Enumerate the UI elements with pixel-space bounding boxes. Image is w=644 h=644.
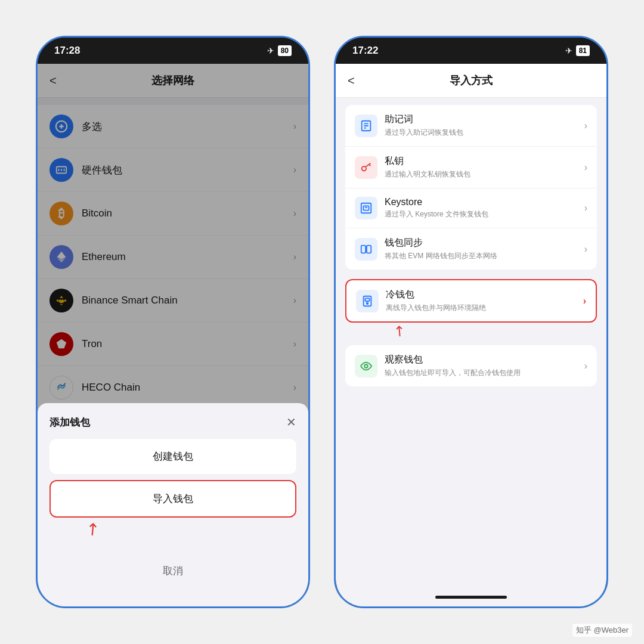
left-time: 17:28 [54, 45, 80, 57]
right-home-bar [435, 596, 507, 599]
walletsync-text: 钱包同步 将其他 EVM 网络钱包同步至本网络 [385, 237, 584, 261]
coldwallet-icon [356, 290, 379, 312]
overlay: 添加钱包 ✕ 创建钱包 导入钱包 ↗ 取消 [38, 64, 308, 606]
keystore-name: Keystore [385, 197, 584, 208]
walletsync-chevron: › [584, 244, 587, 255]
mnemonic-icon [355, 114, 377, 137]
privatekey-chevron: › [584, 162, 587, 173]
watchonly-name: 观察钱包 [385, 354, 584, 366]
svg-rect-26 [367, 245, 371, 253]
right-time: 17:22 [352, 45, 378, 57]
import-wallet-button[interactable]: 导入钱包 [49, 480, 296, 518]
right-status-icons: ✈ 81 [565, 45, 590, 56]
right-page-title: 导入方式 [450, 73, 493, 88]
mnemonic-chevron: › [584, 120, 587, 131]
watchonly-text: 观察钱包 输入钱包地址即可导入，可配合冷钱包使用 [385, 354, 584, 378]
import-group-2: 观察钱包 输入钱包地址即可导入，可配合冷钱包使用 › [345, 345, 597, 386]
keystore-desc: 通过导入 Keystore 文件恢复钱包 [385, 209, 584, 219]
sheet-header: 添加钱包 ✕ [49, 415, 296, 429]
import-item-mnemonic[interactable]: 助记词 通过导入助记词恢复钱包 › [345, 105, 597, 147]
import-item-coldwallet[interactable]: 冷钱包 离线导入钱包并与网络环境隔绝 › [345, 279, 597, 323]
right-battery: 81 [576, 45, 590, 56]
sheet-title: 添加钱包 [49, 416, 90, 429]
import-group-1: 助记词 通过导入助记词恢复钱包 › 私钥 [345, 105, 597, 270]
svg-rect-28 [365, 298, 369, 301]
cancel-button[interactable]: 取消 [49, 553, 296, 589]
coldwallet-name: 冷钱包 [386, 289, 583, 301]
coldwallet-chevron: › [583, 296, 586, 306]
import-item-keystore[interactable]: Keystore 通过导入 Keystore 文件恢复钱包 › [345, 188, 597, 228]
left-screen: < 选择网络 多选 › [38, 64, 308, 606]
svg-line-21 [370, 165, 371, 166]
watchonly-desc: 输入钱包地址即可导入，可配合冷钱包使用 [385, 368, 584, 378]
keystore-chevron: › [584, 203, 587, 213]
keystore-icon [355, 197, 377, 219]
privatekey-desc: 通过输入明文私钥恢复钱包 [385, 169, 584, 179]
watermark: 知乎 @Web3er [572, 624, 632, 637]
sheet-close-button[interactable]: ✕ [286, 415, 296, 429]
right-back-button[interactable]: < [348, 74, 355, 88]
right-home-indicator [336, 587, 606, 606]
right-phone: 17:22 ✈ 81 < 导入方式 [334, 36, 608, 608]
walletsync-icon [355, 238, 377, 261]
left-phone: 17:28 ✈ 80 < 选择网络 多选 › [36, 36, 310, 608]
walletsync-name: 钱包同步 [385, 237, 584, 249]
watchonly-chevron: › [584, 361, 587, 371]
privatekey-text: 私钥 通过输入明文私钥恢复钱包 [385, 155, 584, 179]
coldwallet-desc: 离线导入钱包并与网络环境隔绝 [386, 303, 583, 313]
privatekey-icon [355, 156, 377, 179]
right-nav-header: < 导入方式 [336, 64, 606, 98]
left-status-bar: 17:28 ✈ 80 [38, 38, 308, 64]
right-airplane-icon: ✈ [565, 46, 572, 55]
bottom-sheet: 添加钱包 ✕ 创建钱包 导入钱包 ↗ 取消 [38, 403, 308, 606]
import-item-privatekey[interactable]: 私钥 通过输入明文私钥恢复钱包 › [345, 147, 597, 188]
create-wallet-button[interactable]: 创建钱包 [49, 439, 296, 474]
svg-point-29 [367, 302, 369, 304]
right-screen: < 导入方式 助记词 通过导入 [336, 64, 606, 606]
import-list: 助记词 通过导入助记词恢复钱包 › 私钥 [336, 98, 606, 587]
svg-point-30 [364, 364, 368, 368]
watchonly-icon [355, 355, 377, 377]
coldwallet-text: 冷钱包 离线导入钱包并与网络环境隔绝 [386, 289, 583, 313]
keystore-text: Keystore 通过导入 Keystore 文件恢复钱包 [385, 197, 584, 219]
mnemonic-name: 助记词 [385, 113, 584, 126]
walletsync-desc: 将其他 EVM 网络钱包同步至本网络 [385, 251, 584, 261]
right-status-bar: 17:22 ✈ 81 [336, 38, 606, 64]
mnemonic-desc: 通过导入助记词恢复钱包 [385, 128, 584, 138]
left-battery: 80 [278, 45, 292, 56]
svg-rect-25 [361, 245, 366, 253]
import-item-walletsync[interactable]: 钱包同步 将其他 EVM 网络钱包同步至本网络 › [345, 228, 597, 270]
airplane-icon: ✈ [267, 46, 274, 55]
left-status-icons: ✈ 80 [267, 45, 292, 56]
svg-point-19 [362, 166, 366, 171]
import-item-watchonly[interactable]: 观察钱包 输入钱包地址即可导入，可配合冷钱包使用 › [345, 345, 597, 386]
privatekey-name: 私钥 [385, 155, 584, 168]
mnemonic-text: 助记词 通过导入助记词恢复钱包 [385, 113, 584, 138]
